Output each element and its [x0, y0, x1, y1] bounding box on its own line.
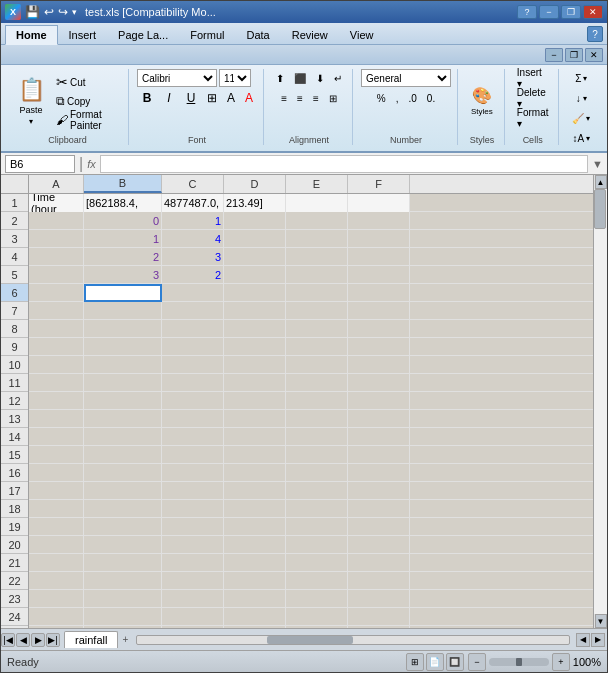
redo-icon[interactable]: ↪ — [58, 5, 68, 19]
cell-E18[interactable] — [286, 500, 348, 518]
format-cells-button[interactable]: Format ▾ — [513, 109, 553, 127]
cell-C2[interactable]: 1 — [162, 212, 224, 230]
cell-E12[interactable] — [286, 392, 348, 410]
cell-A2[interactable] — [29, 212, 84, 230]
cell-F14[interactable] — [348, 428, 410, 446]
fill-color-button[interactable]: A — [223, 89, 239, 107]
decrease-decimal-button[interactable]: 0. — [423, 89, 439, 107]
tab-data[interactable]: Data — [235, 25, 280, 44]
row-header-23[interactable]: 23 — [1, 590, 28, 608]
cell-B15[interactable] — [84, 446, 162, 464]
merge-center-button[interactable]: ⊞ — [325, 89, 341, 107]
cut-button[interactable]: ✂ Cut — [52, 73, 90, 91]
row-header-6[interactable]: 6 — [1, 284, 28, 302]
cell-B6[interactable] — [84, 284, 162, 302]
cell-C9[interactable] — [162, 338, 224, 356]
cell-D10[interactable] — [224, 356, 286, 374]
cell-E23[interactable] — [286, 590, 348, 608]
row-header-14[interactable]: 14 — [1, 428, 28, 446]
cell-E20[interactable] — [286, 536, 348, 554]
cell-E13[interactable] — [286, 410, 348, 428]
cell-F1[interactable] — [348, 194, 410, 212]
cell-C12[interactable] — [162, 392, 224, 410]
row-header-10[interactable]: 10 — [1, 356, 28, 374]
cell-A1[interactable]: Time (hour — [29, 194, 84, 212]
doc-close-btn[interactable]: ✕ — [585, 48, 603, 62]
font-color-button[interactable]: A — [241, 89, 257, 107]
tab-view[interactable]: View — [339, 25, 385, 44]
cell-D14[interactable] — [224, 428, 286, 446]
row-header-4[interactable]: 4 — [1, 248, 28, 266]
cell-F5[interactable] — [348, 266, 410, 284]
wrap-text-button[interactable]: ↵ — [330, 69, 346, 87]
cell-C23[interactable] — [162, 590, 224, 608]
format-painter-button[interactable]: 🖌 Format Painter — [52, 111, 122, 129]
cell-A6[interactable] — [29, 284, 84, 302]
tab-review[interactable]: Review — [281, 25, 339, 44]
copy-button[interactable]: ⧉ Copy — [52, 92, 94, 110]
cell-E5[interactable] — [286, 266, 348, 284]
cell-D22[interactable] — [224, 572, 286, 590]
row-header-2[interactable]: 2 — [1, 212, 28, 230]
font-name-select[interactable]: Calibri — [137, 69, 217, 87]
cell-D19[interactable] — [224, 518, 286, 536]
h-scroll-thumb[interactable] — [267, 636, 353, 644]
cell-A7[interactable] — [29, 302, 84, 320]
name-box[interactable] — [5, 155, 75, 173]
cell-F16[interactable] — [348, 464, 410, 482]
cell-C13[interactable] — [162, 410, 224, 428]
cell-A23[interactable] — [29, 590, 84, 608]
save-icon[interactable]: 💾 — [25, 5, 40, 19]
tab-insert[interactable]: Insert — [58, 25, 108, 44]
col-header-c[interactable]: C — [162, 175, 224, 193]
cell-B13[interactable] — [84, 410, 162, 428]
align-top-button[interactable]: ⬆ — [272, 69, 288, 87]
cell-B10[interactable] — [84, 356, 162, 374]
cell-B12[interactable] — [84, 392, 162, 410]
cell-F12[interactable] — [348, 392, 410, 410]
cell-D5[interactable] — [224, 266, 286, 284]
row-header-24[interactable]: 24 — [1, 608, 28, 626]
corner-cell[interactable] — [1, 175, 29, 193]
align-right-button[interactable]: ≡ — [309, 89, 323, 107]
cell-F8[interactable] — [348, 320, 410, 338]
cell-B5[interactable]: 3 — [84, 266, 162, 284]
dropdown-icon[interactable]: ▾ — [72, 7, 77, 17]
scroll-left-btn[interactable]: ◀ — [576, 633, 590, 647]
cell-C24[interactable] — [162, 608, 224, 626]
cell-A8[interactable] — [29, 320, 84, 338]
align-left-button[interactable]: ≡ — [277, 89, 291, 107]
cell-E19[interactable] — [286, 518, 348, 536]
col-header-a[interactable]: A — [29, 175, 84, 193]
cell-F7[interactable] — [348, 302, 410, 320]
cell-A19[interactable] — [29, 518, 84, 536]
cell-D2[interactable] — [224, 212, 286, 230]
cell-F10[interactable] — [348, 356, 410, 374]
cell-B20[interactable] — [84, 536, 162, 554]
row-header-20[interactable]: 20 — [1, 536, 28, 554]
zoom-slider-thumb[interactable] — [516, 658, 522, 666]
minimize-button[interactable]: − — [539, 5, 559, 19]
cell-B2[interactable]: 0 — [84, 212, 162, 230]
increase-decimal-button[interactable]: .0 — [405, 89, 421, 107]
tab-home[interactable]: Home — [5, 25, 58, 45]
cell-E1[interactable] — [286, 194, 348, 212]
cell-C7[interactable] — [162, 302, 224, 320]
cell-A20[interactable] — [29, 536, 84, 554]
cell-A12[interactable] — [29, 392, 84, 410]
cell-E14[interactable] — [286, 428, 348, 446]
cell-A4[interactable] — [29, 248, 84, 266]
doc-minimize-btn[interactable]: − — [545, 48, 563, 62]
cell-A22[interactable] — [29, 572, 84, 590]
col-header-f[interactable]: F — [348, 175, 410, 193]
cell-B9[interactable] — [84, 338, 162, 356]
cell-E21[interactable] — [286, 554, 348, 572]
row-header-21[interactable]: 21 — [1, 554, 28, 572]
cell-A24[interactable] — [29, 608, 84, 626]
cell-A10[interactable] — [29, 356, 84, 374]
cell-C21[interactable] — [162, 554, 224, 572]
cell-D12[interactable] — [224, 392, 286, 410]
cell-D9[interactable] — [224, 338, 286, 356]
cell-E17[interactable] — [286, 482, 348, 500]
cell-F13[interactable] — [348, 410, 410, 428]
